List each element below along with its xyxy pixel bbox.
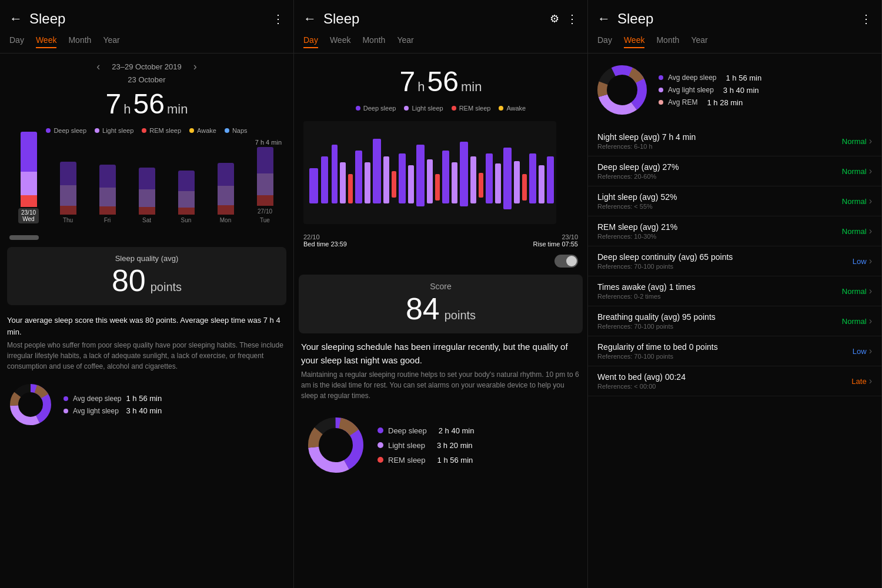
score-big-p2: 84 points — [306, 291, 576, 326]
bar-wed[interactable]: 23/10Wed — [12, 132, 45, 223]
metric-row-6[interactable]: Breathing quality (avg) 95 points Refere… — [588, 306, 881, 336]
metric-title-5: Times awake (avg) 1 times — [597, 282, 842, 292]
metric-chevron-0: › — [869, 136, 872, 146]
panel2-header: ← Sleep ⚙ ⋮ — [294, 0, 587, 33]
bar-thu[interactable]: Thu — [51, 162, 85, 223]
donut-light-dot-p1 — [64, 409, 68, 413]
metric-row-4[interactable]: Deep sleep continuity (avg) 65 points Re… — [588, 246, 881, 276]
metric-left-3: REM sleep (avg) 21% References: 10-30% — [597, 222, 842, 240]
edit-icon-p2[interactable]: ⚙ — [550, 12, 559, 25]
panel-day-detail: ← Sleep ⚙ ⋮ Day Week Month Year 7 h 56 m… — [294, 0, 588, 588]
metric-status-2: Normal › — [842, 196, 872, 206]
next-date-arrow[interactable]: › — [193, 61, 197, 73]
menu-dots-icon[interactable]: ⋮ — [272, 12, 284, 26]
metric-ref-2: References: < 55% — [597, 203, 842, 210]
metric-left-8: Went to bed (avg) 00:24 References: < 00… — [597, 372, 851, 390]
tab-year-p2[interactable]: Year — [397, 35, 413, 48]
metric-status-6: Normal › — [842, 316, 872, 326]
donut-stats-p3: Avg deep sleep 1 h 56 min Avg light slee… — [659, 74, 761, 107]
tab-month-p2[interactable]: Month — [362, 35, 385, 48]
tab-day-p1[interactable]: Day — [9, 35, 24, 48]
metric-left-0: Night sleep (avg) 7 h 4 min References: … — [597, 132, 842, 150]
svg-rect-17 — [416, 145, 425, 206]
back-arrow-p2[interactable]: ← — [303, 11, 316, 26]
back-arrow-icon[interactable]: ← — [9, 11, 22, 26]
panel1-title: Sleep — [29, 11, 65, 27]
sleep-min-p2: 56 — [427, 65, 459, 98]
metric-row-5[interactable]: Times awake (avg) 1 times References: 0-… — [588, 276, 881, 306]
donut-legend-p2: Deep sleep 2 h 40 min Light sleep 3 h 20… — [377, 426, 474, 465]
donut-row-p3: Avg deep sleep 1 h 56 min Avg light slee… — [588, 54, 881, 126]
metric-row-8[interactable]: Went to bed (avg) 00:24 References: < 00… — [588, 366, 881, 396]
bar-fri[interactable]: Fri — [91, 165, 124, 223]
back-arrow-p3[interactable]: ← — [597, 11, 610, 26]
tab-week-p2[interactable]: Week — [330, 35, 351, 48]
tab-week-p1[interactable]: Week — [36, 35, 57, 48]
svg-rect-7 — [332, 145, 338, 203]
scroll-indicator-p1[interactable] — [9, 235, 39, 240]
metric-row-2[interactable]: Light sleep (avg) 52% References: < 55% … — [588, 186, 881, 216]
metric-row-3[interactable]: REM sleep (avg) 21% References: 10-30% N… — [588, 216, 881, 246]
metric-ref-1: References: 20-60% — [597, 173, 842, 180]
tab-month-p1[interactable]: Month — [68, 35, 91, 48]
day-label-p1: 23 October — [0, 75, 293, 84]
metric-row-0[interactable]: Night sleep (avg) 7 h 4 min References: … — [588, 126, 881, 156]
menu-dots-p3[interactable]: ⋮ — [860, 12, 872, 26]
panel2-title: Sleep — [323, 11, 359, 27]
svg-rect-16 — [408, 165, 414, 203]
min-unit-p1: min — [167, 102, 188, 117]
bar-chart-p1: 7 h 4 min 23/10Wed Thu — [0, 139, 293, 233]
svg-rect-29 — [522, 174, 527, 201]
metric-row-1[interactable]: Deep sleep (avg) 27% References: 20-60% … — [588, 156, 881, 186]
metric-chevron-5: › — [869, 286, 872, 296]
svg-rect-20 — [442, 151, 449, 203]
score-val-p2: 84 — [406, 291, 440, 326]
hours-unit-p1: h — [123, 102, 131, 117]
score-card-p1: Sleep quality (avg) 80 points — [7, 247, 286, 305]
tab-year-p3[interactable]: Year — [691, 35, 707, 48]
desc-body-p2: Maintaining a regular sleeping routine h… — [294, 369, 587, 406]
donut-deep-dot-p1 — [64, 396, 68, 401]
donut-chart-p2 — [303, 413, 368, 477]
metric-status-1: Normal › — [842, 166, 872, 176]
bar-selected-label: 23/10Wed — [18, 208, 39, 223]
bar-mon[interactable]: Mon — [209, 163, 242, 223]
svg-rect-26 — [495, 163, 501, 203]
bar-sat[interactable]: Sat — [130, 168, 163, 223]
tab-week-p3[interactable]: Week — [624, 35, 645, 48]
tab-month-p3[interactable]: Month — [656, 35, 679, 48]
donut-section-p1: Avg deep sleep 1 h 56 min Avg light slee… — [0, 376, 293, 433]
metric-left-6: Breathing quality (avg) 95 points Refere… — [597, 312, 842, 330]
donut-chart-p3 — [593, 61, 652, 119]
donut-deep-p1: Avg deep sleep 1 h 56 min — [64, 394, 162, 403]
panel3-header-left: ← Sleep — [597, 11, 653, 27]
legend-naps-p1: Naps — [225, 127, 248, 134]
legend-rem-p2: REM sleep — [452, 105, 491, 112]
metric-status-8: Late › — [851, 376, 872, 386]
metric-row-7[interactable]: Regularity of time to bed 0 points Refer… — [588, 336, 881, 366]
panel1-header-left: ← Sleep — [9, 11, 65, 27]
svg-rect-10 — [355, 151, 362, 203]
score-toggle-row — [294, 250, 587, 272]
bar-sun[interactable]: Sun — [169, 171, 203, 223]
toggle-button[interactable] — [554, 255, 578, 268]
menu-dots-p2[interactable]: ⋮ — [566, 12, 578, 26]
donut-light-row-p2: Light sleep 3 h 20 min — [377, 441, 474, 450]
prev-date-arrow[interactable]: ‹ — [96, 61, 100, 73]
svg-rect-5 — [309, 168, 318, 203]
metric-left-2: Light sleep (avg) 52% References: < 55% — [597, 192, 842, 210]
donut-section-p2: Deep sleep 2 h 40 min Light sleep 3 h 20… — [294, 406, 587, 485]
score-label-p1: Sleep quality (avg) — [16, 254, 277, 263]
tab-day-p2[interactable]: Day — [303, 35, 318, 48]
metric-left-5: Times awake (avg) 1 times References: 0-… — [597, 282, 842, 300]
svg-rect-11 — [365, 162, 370, 203]
donut-deep-row-p2: Deep sleep 2 h 40 min — [377, 426, 474, 435]
bar-tue[interactable]: 27/10 Tue — [248, 147, 282, 223]
svg-rect-14 — [392, 171, 396, 198]
tab-year-p1[interactable]: Year — [103, 35, 119, 48]
metric-status-4: Low › — [853, 256, 872, 266]
deep-dot-p1 — [46, 128, 51, 133]
tab-day-p3[interactable]: Day — [597, 35, 612, 48]
metric-title-2: Light sleep (avg) 52% — [597, 192, 842, 202]
score-big-p1: 80 points — [16, 263, 277, 298]
